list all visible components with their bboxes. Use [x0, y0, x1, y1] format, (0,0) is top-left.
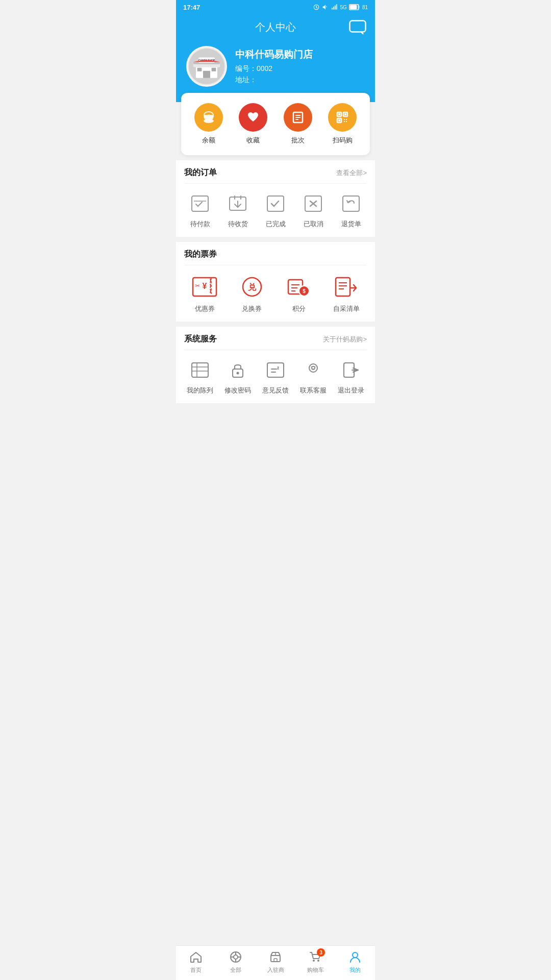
cancelled-label: 已取消: [304, 219, 323, 229]
vouchers-title: 我的票券: [184, 249, 217, 260]
svg-text:¥: ¥: [203, 282, 207, 290]
avatar: CANDY SHOP: [186, 46, 227, 87]
cancelled-icon: [302, 192, 325, 215]
redeem-icon: 兑: [239, 274, 265, 300]
svg-rect-2: [333, 7, 334, 10]
action-balance-label: 余额: [202, 136, 215, 145]
favorites-icon: [239, 103, 267, 132]
change-pwd-label: 修改密码: [224, 386, 251, 395]
voucher-coupon[interactable]: ¥ ✂ 优惠券: [181, 274, 229, 313]
my-display-label: 我的陈列: [187, 386, 213, 395]
store-code: 编号：0002: [235, 64, 313, 74]
svg-rect-55: [336, 278, 350, 296]
redeem-label: 兑换券: [242, 304, 262, 313]
chat-icon: [349, 20, 366, 34]
svg-rect-29: [346, 119, 347, 120]
svg-point-20: [204, 119, 214, 123]
scan-icon: [328, 103, 357, 132]
svg-rect-4: [336, 4, 337, 10]
svg-rect-34: [338, 119, 340, 121]
svg-rect-43: [343, 196, 359, 211]
voucher-items-list: ¥ ✂ 优惠券 兑 兑换券: [176, 265, 375, 322]
action-favorites[interactable]: 收藏: [231, 103, 276, 145]
action-scan[interactable]: 扫码购: [320, 103, 365, 145]
points-icon: $: [286, 274, 312, 300]
order-item-cancelled[interactable]: 已取消: [294, 192, 332, 229]
svg-rect-32: [338, 113, 340, 115]
svg-rect-59: [192, 363, 208, 377]
chat-button[interactable]: [348, 18, 367, 36]
logout-label: 退出登录: [338, 386, 364, 395]
voucher-points[interactable]: $ 积分: [276, 274, 323, 313]
action-favorites-label: 收藏: [246, 136, 260, 145]
status-bar: 17:47 5G 81: [176, 0, 375, 14]
service-change-pwd[interactable]: 修改密码: [219, 358, 257, 395]
my-display-icon: [188, 358, 212, 382]
orders-header: 我的订单 查看全部>: [176, 160, 375, 183]
network-speed: 5G: [340, 5, 347, 10]
quick-actions: ¥ 余额 收藏 批次: [181, 93, 370, 155]
store-avatar-icon: CANDY SHOP: [189, 48, 224, 84]
store-address: 地址：: [235, 76, 313, 85]
app-header: 个人中心: [176, 14, 375, 40]
pending-pay-label: 待付款: [190, 219, 210, 229]
purchase-list-icon: [333, 274, 360, 300]
battery-icon: [349, 4, 360, 10]
action-batch[interactable]: 批次: [276, 103, 320, 145]
svg-rect-28: [344, 119, 345, 120]
voucher-purchase-list[interactable]: 自采清单: [323, 274, 370, 313]
action-scan-label: 扫码购: [333, 136, 353, 145]
contact-icon: [302, 358, 325, 382]
sound-icon: [322, 4, 329, 11]
profile-info: 中科什码易购门店 编号：0002 地址：: [235, 48, 313, 85]
feedback-icon: [264, 358, 287, 382]
returns-label: 退货单: [341, 219, 361, 229]
svg-rect-33: [344, 113, 346, 115]
action-balance[interactable]: ¥ 余额: [186, 103, 231, 145]
services-header: 系统服务 关于什蚂易购>: [176, 327, 375, 350]
svg-rect-3: [335, 6, 336, 10]
my-vouchers-section: 我的票券 ¥ ✂ 优惠券: [176, 242, 375, 322]
store-name: 中科什码易购门店: [235, 48, 313, 61]
pending-receive-label: 待收货: [228, 219, 248, 229]
coupon-label: 优惠券: [195, 304, 215, 313]
services-about-link[interactable]: 关于什蚂易购>: [323, 335, 367, 344]
svg-text:✂: ✂: [195, 282, 200, 289]
orders-title: 我的订单: [184, 167, 217, 178]
purchase-list-label: 自采清单: [333, 304, 360, 313]
svg-rect-13: [197, 68, 202, 71]
coupon-icon: ¥ ✂: [191, 274, 218, 300]
svg-point-66: [309, 364, 317, 372]
services-title: 系统服务: [184, 334, 217, 345]
order-item-pending-pay[interactable]: 待付款: [181, 192, 219, 229]
points-label: 积分: [292, 304, 306, 313]
completed-label: 已完成: [266, 219, 286, 229]
service-feedback[interactable]: 意见反馈: [257, 358, 294, 395]
feedback-label: 意见反馈: [262, 386, 289, 395]
balance-icon: ¥: [194, 103, 223, 132]
voucher-redeem[interactable]: 兑 兑换券: [229, 274, 276, 313]
service-my-display[interactable]: 我的陈列: [181, 358, 219, 395]
svg-text:$: $: [303, 288, 306, 294]
svg-rect-30: [344, 121, 345, 122]
returns-icon: [339, 192, 363, 215]
page-title: 个人中心: [255, 20, 296, 34]
batch-icon: [284, 103, 312, 132]
svg-rect-65: [267, 363, 284, 377]
service-contact[interactable]: 联系客服: [294, 358, 332, 395]
alarm-icon: [313, 4, 320, 11]
svg-rect-6: [350, 5, 357, 9]
vouchers-header: 我的票券: [176, 242, 375, 265]
service-logout[interactable]: 退出登录: [332, 358, 370, 395]
battery-level: 81: [362, 5, 368, 10]
svg-rect-31: [346, 121, 347, 122]
order-items-list: 待付款 待收货 已完成: [176, 184, 375, 237]
svg-rect-1: [332, 8, 333, 10]
orders-view-all[interactable]: 查看全部>: [336, 168, 367, 178]
my-orders-section: 我的订单 查看全部> 待付款: [176, 160, 375, 237]
order-item-completed[interactable]: 已完成: [257, 192, 294, 229]
order-item-pending-receive[interactable]: 待收货: [219, 192, 257, 229]
status-time: 17:47: [183, 4, 200, 11]
pending-pay-icon: [188, 192, 212, 215]
order-item-returns[interactable]: 退货单: [332, 192, 370, 229]
